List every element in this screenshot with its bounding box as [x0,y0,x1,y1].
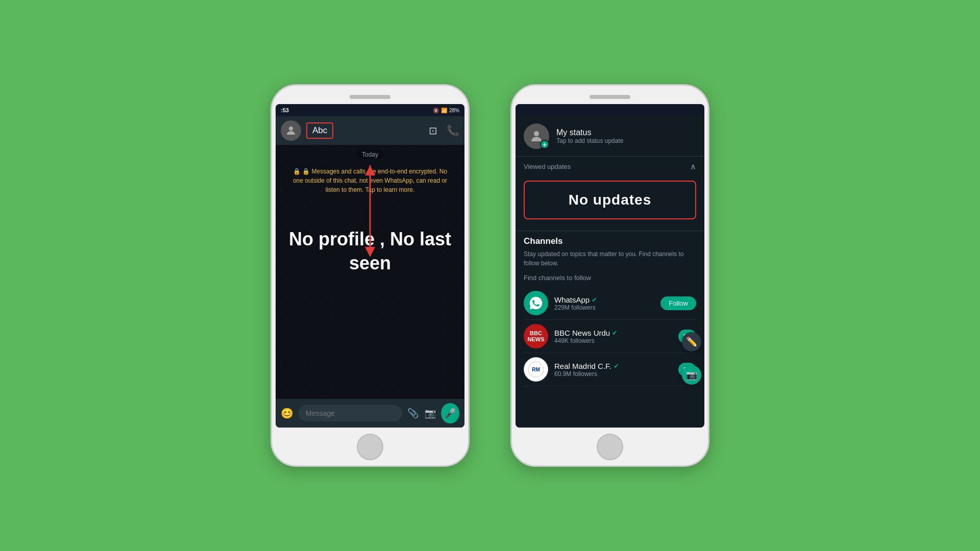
channel-avatar-whatsapp [524,291,548,315]
contact-name-box: Abc [306,122,333,139]
channel-info-realmadrid: Real Madrid C.F. ✔ 60.9M followers [554,362,672,378]
viewed-updates-row: Viewed updates ∧ [516,157,704,174]
my-status-row: + My status Tap to add status update [516,116,704,157]
add-status-btn[interactable]: + [540,140,549,149]
contact-name: Abc [312,126,327,135]
chat-attachment-icons: 📎 📷 [407,408,436,419]
video-call-icon[interactable]: ⊡ [429,124,437,137]
divider [516,231,704,231]
channel-row-whatsapp: WhatsApp ✔ 229M followers Follow [524,287,696,320]
phone-call-icon[interactable]: 📞 [447,124,459,137]
channel-row-bbc: BBCNEWS BBC News Urdu ✔ 449K followers F… [524,320,696,353]
no-updates-text: No updates [569,192,651,208]
home-button-2[interactable] [597,434,623,460]
send-button[interactable]: 🎤 [441,403,459,423]
svg-point-0 [289,127,293,131]
home-button-1[interactable] [357,434,383,460]
chat-date: Today [357,150,383,159]
phone-screen-1: :53 🔇 📶 28% Abc ⊡ 📞 Today 🔒 [276,104,464,428]
status-bar-1: :53 🔇 📶 28% [276,104,464,116]
emoji-icon[interactable]: 😊 [281,407,293,419]
chat-header-actions: ⊡ 📞 [429,124,459,137]
channel-followers-whatsapp: 229M followers [554,304,654,311]
channels-description: Stay updated on topics that matter to yo… [524,249,696,268]
phone-speaker-1 [350,95,390,99]
channel-avatar-bbc: BBCNEWS [524,324,548,348]
status-screen: + My status Tap to add status update Vie… [516,116,704,428]
verified-badge-bbc: ✔ [612,329,618,337]
svg-point-4 [534,131,539,136]
status-time-1: :53 [281,107,289,113]
lock-icon: 🔒 [293,168,301,175]
chat-header: Abc ⊡ 📞 [276,116,464,145]
annotation-arrow [362,165,378,259]
channel-followers-realmadrid: 60.9M followers [554,370,672,378]
my-status-info: My status Tap to add status update [556,128,623,144]
phone-2: + My status Tap to add status update Vie… [510,84,709,467]
channel-name-whatsapp: WhatsApp ✔ [554,295,654,304]
message-input[interactable] [299,405,402,421]
channels-title: Channels [524,236,696,246]
camera-overlay-icon: 📷 [682,365,701,385]
camera-icon[interactable]: 📷 [425,408,436,419]
my-status-name: My status [556,128,623,137]
contact-avatar [281,120,301,141]
channel-name-bbc: BBC News Urdu ✔ [554,329,672,337]
verified-badge-whatsapp: ✔ [592,296,597,304]
find-channels-label: Find channels to follow [524,274,696,282]
phone-speaker-2 [590,95,630,99]
channel-followers-bbc: 449K followers [554,337,672,344]
chevron-up-icon[interactable]: ∧ [690,162,696,171]
wifi-icon: 📶 [441,108,447,113]
verified-badge-realmadrid: ✔ [614,362,619,370]
svg-marker-3 [365,165,375,176]
status-bar-2 [516,104,704,116]
my-status-avatar: + [524,123,549,149]
svg-text:RM: RM [532,367,540,372]
channel-row-realmadrid: RM Real Madrid C.F. ✔ 60.9M followers Fo… [524,353,696,386]
mute-icon: 🔇 [433,108,439,113]
channel-info-whatsapp: WhatsApp ✔ 229M followers [554,295,654,311]
my-status-subtitle: Tap to add status update [556,137,623,144]
no-updates-box: No updates [524,181,696,219]
paperclip-icon[interactable]: 📎 [407,408,419,419]
channel-name-realmadrid: Real Madrid C.F. ✔ [554,362,672,370]
battery-icon: 28% [449,108,459,113]
channel-avatar-realmadrid: RM [524,357,548,382]
phone-1: :53 🔇 📶 28% Abc ⊡ 📞 Today 🔒 [271,84,470,467]
viewed-updates-label: Viewed updates [524,163,571,170]
channel-info-bbc: BBC News Urdu ✔ 449K followers [554,329,672,344]
pencil-overlay-icon: ✏️ [682,332,701,352]
svg-marker-2 [365,247,375,257]
chat-body: Today 🔒 🔒 Messages and calls are end-to-… [276,145,464,399]
phone-screen-2: + My status Tap to add status update Vie… [516,104,704,428]
channels-section: Channels Stay updated on topics that mat… [516,236,704,386]
chat-input-bar: 😊 📎 📷 🎤 [276,399,464,428]
follow-button-whatsapp[interactable]: Follow [660,296,696,310]
status-icons-1: 🔇 📶 28% [433,108,459,113]
